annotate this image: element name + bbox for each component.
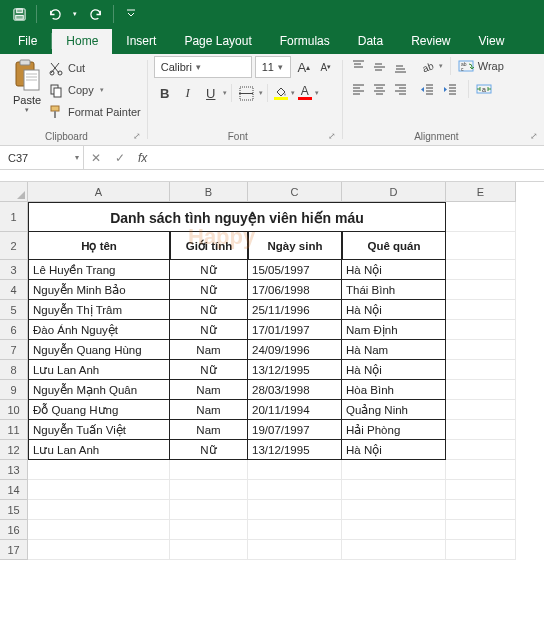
font-dialog-launcher[interactable]: ⤢ — [328, 131, 336, 141]
cell[interactable]: Thái Bình — [342, 280, 446, 300]
cell[interactable]: Nguyễn Thị Trâm — [28, 300, 170, 320]
cell[interactable]: Nữ — [170, 440, 248, 460]
cell[interactable]: 28/03/1998 — [248, 380, 342, 400]
row-header-3[interactable]: 3 — [0, 260, 28, 280]
cell[interactable] — [342, 460, 446, 480]
paste-button[interactable]: Paste ▾ — [6, 56, 48, 122]
column-header-B[interactable]: B — [170, 182, 248, 202]
row-header-11[interactable]: 11 — [0, 420, 28, 440]
row-header-2[interactable]: 2 — [0, 232, 28, 260]
cell[interactable]: 20/11/1994 — [248, 400, 342, 420]
cell[interactable] — [446, 320, 516, 340]
cell[interactable] — [446, 460, 516, 480]
tab-view[interactable]: View — [465, 29, 519, 54]
save-button[interactable] — [6, 3, 32, 25]
cell[interactable]: Hà Nội — [342, 300, 446, 320]
cell[interactable]: Hòa Bình — [342, 380, 446, 400]
cell[interactable] — [446, 380, 516, 400]
font-color-dropdown[interactable]: ▾ — [315, 89, 319, 97]
cell[interactable]: Quảng Ninh — [342, 400, 446, 420]
underline-dropdown[interactable]: ▾ — [223, 89, 227, 97]
row-header-1[interactable]: 1 — [0, 202, 28, 232]
clipboard-dialog-launcher[interactable]: ⤢ — [133, 131, 141, 141]
cell[interactable] — [446, 300, 516, 320]
cell[interactable] — [248, 480, 342, 500]
cell[interactable]: Hà Nội — [342, 360, 446, 380]
cell[interactable] — [28, 480, 170, 500]
align-middle-button[interactable] — [370, 56, 390, 76]
font-size-combo[interactable]: 11▾ — [255, 56, 291, 78]
cell[interactable]: 19/07/1997 — [248, 420, 342, 440]
tab-data[interactable]: Data — [344, 29, 397, 54]
row-header-5[interactable]: 5 — [0, 300, 28, 320]
cell[interactable]: Nguyễn Minh Bảo — [28, 280, 170, 300]
tab-review[interactable]: Review — [397, 29, 464, 54]
select-all-corner[interactable] — [0, 182, 28, 202]
cell[interactable]: Đào Ánh Nguyệt — [28, 320, 170, 340]
row-header-7[interactable]: 7 — [0, 340, 28, 360]
cell[interactable] — [170, 500, 248, 520]
cell[interactable]: Nam Định — [342, 320, 446, 340]
cell[interactable] — [28, 540, 170, 560]
cell[interactable] — [446, 500, 516, 520]
tab-file[interactable]: File — [4, 29, 51, 54]
copy-button[interactable]: Copy ▾ — [48, 80, 141, 100]
cell[interactable] — [446, 202, 516, 232]
fill-color-button[interactable] — [272, 84, 290, 102]
row-header-14[interactable]: 14 — [0, 480, 28, 500]
cell[interactable]: Nguyễn Tuấn Việt — [28, 420, 170, 440]
cell[interactable] — [446, 340, 516, 360]
row-header-9[interactable]: 9 — [0, 380, 28, 400]
cell[interactable]: Hà Nội — [342, 260, 446, 280]
cell[interactable]: 17/01/1997 — [248, 320, 342, 340]
merge-center-button[interactable]: a — [476, 79, 492, 99]
header-cell[interactable]: Quê quán — [342, 232, 446, 260]
cell[interactable]: 24/09/1996 — [248, 340, 342, 360]
row-header-13[interactable]: 13 — [0, 460, 28, 480]
font-color-button[interactable]: A — [296, 84, 314, 102]
cell[interactable]: 13/12/1995 — [248, 360, 342, 380]
tab-formulas[interactable]: Formulas — [266, 29, 344, 54]
cell[interactable] — [446, 260, 516, 280]
underline-button[interactable]: U — [200, 82, 222, 104]
row-header-15[interactable]: 15 — [0, 500, 28, 520]
increase-font-button[interactable]: A▴ — [294, 57, 314, 77]
title-cell[interactable]: Danh sách tình nguyện viên hiến máu — [28, 202, 446, 232]
customize-qat-button[interactable] — [118, 3, 144, 25]
align-left-button[interactable] — [349, 79, 369, 99]
cell[interactable] — [446, 420, 516, 440]
formula-input[interactable] — [153, 146, 544, 169]
cell[interactable] — [446, 400, 516, 420]
decrease-indent-button[interactable] — [418, 79, 438, 99]
cell[interactable]: Nam — [170, 340, 248, 360]
cell[interactable] — [248, 520, 342, 540]
row-header-10[interactable]: 10 — [0, 400, 28, 420]
cell[interactable]: Nam — [170, 420, 248, 440]
column-header-D[interactable]: D — [342, 182, 446, 202]
cell[interactable]: Nữ — [170, 260, 248, 280]
row-header-8[interactable]: 8 — [0, 360, 28, 380]
row-header-12[interactable]: 12 — [0, 440, 28, 460]
tab-page-layout[interactable]: Page Layout — [170, 29, 265, 54]
cell[interactable] — [342, 480, 446, 500]
tab-insert[interactable]: Insert — [112, 29, 170, 54]
cell[interactable] — [248, 540, 342, 560]
align-center-button[interactable] — [370, 79, 390, 99]
cell[interactable] — [170, 480, 248, 500]
wrap-text-button[interactable]: abc Wrap — [458, 56, 504, 76]
align-top-button[interactable] — [349, 56, 369, 76]
undo-button[interactable] — [41, 3, 67, 25]
cell[interactable] — [446, 440, 516, 460]
worksheet-grid[interactable]: 1234567891011121314151617 ABCDE Happy Da… — [0, 182, 544, 628]
cell[interactable]: Nguyễn Quang Hùng — [28, 340, 170, 360]
cancel-button[interactable]: ✕ — [84, 146, 108, 170]
cell[interactable]: 25/11/1996 — [248, 300, 342, 320]
cell[interactable] — [446, 360, 516, 380]
cell[interactable] — [446, 280, 516, 300]
font-name-combo[interactable]: Calibri▾ — [154, 56, 252, 78]
cell[interactable]: Hà Nội — [342, 440, 446, 460]
cell[interactable]: Lưu Lan Anh — [28, 360, 170, 380]
name-box[interactable]: C37▾ — [0, 146, 84, 169]
header-cell[interactable]: Ngày sinh — [248, 232, 342, 260]
cell[interactable] — [446, 520, 516, 540]
